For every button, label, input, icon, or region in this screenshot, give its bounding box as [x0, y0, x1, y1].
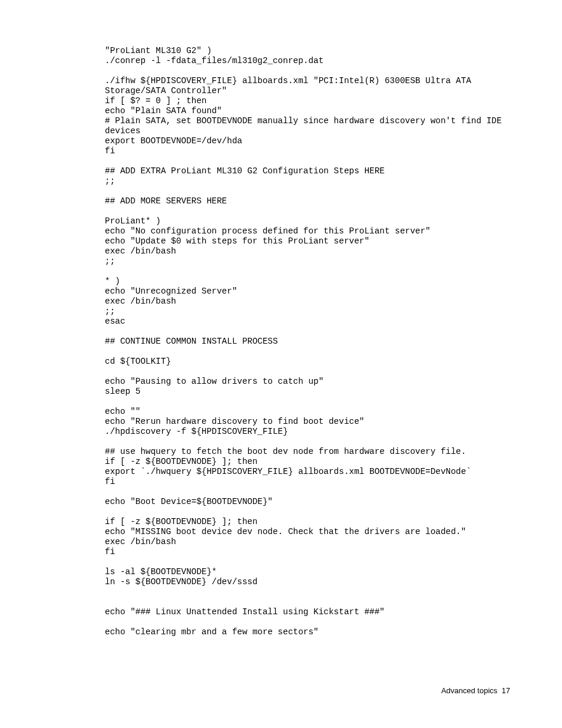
code-block: "ProLiant ML310 G2" ) ./conrep -l -fdata… — [105, 46, 510, 637]
footer-page-number: 17 — [502, 686, 510, 695]
footer-section: Advanced topics — [441, 686, 497, 695]
page-footer: Advanced topics 17 — [441, 686, 510, 695]
document-page: "ProLiant ML310 G2" ) ./conrep -l -fdata… — [0, 0, 562, 728]
